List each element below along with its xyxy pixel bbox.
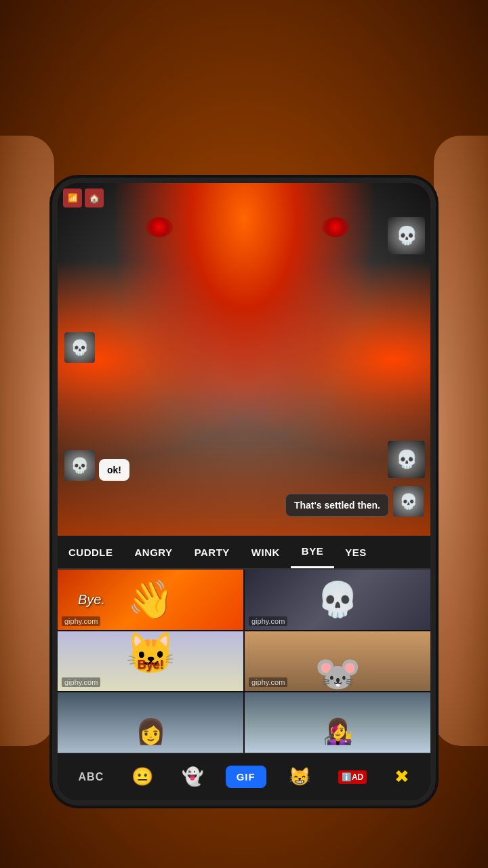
avatar-1 <box>64 450 95 481</box>
hand-left <box>0 136 54 746</box>
tab-cuddle[interactable]: CUDDLE <box>58 536 124 568</box>
cat-emoji-button[interactable]: 😸 <box>283 764 316 790</box>
category-tabs: CUDDLE ANGRY PARTY WINK BYE YES <box>58 536 430 570</box>
gif3-text: Bye! <box>137 658 163 672</box>
message-row-1: ok! <box>64 450 424 481</box>
skull-thumbnail-1: 💀 <box>388 217 425 254</box>
status-bar: 📶 🏠 <box>63 189 104 208</box>
gif5-emoji: 👩 <box>136 717 166 746</box>
gif-cell-5[interactable]: 👩 <box>58 692 243 753</box>
gif-cell-2[interactable]: 💀 giphy.com <box>245 570 430 630</box>
tab-wink[interactable]: WINK <box>241 536 291 568</box>
hand-right <box>434 136 488 746</box>
gif3-source: giphy.com <box>62 677 100 687</box>
phone-screen: 📶 🏠 💀 💀 💀 ok! <box>58 183 430 800</box>
info-button[interactable]: ℹ️AD <box>333 768 372 787</box>
message-row-2: That's settled then. <box>64 486 424 517</box>
gif-cell-1[interactable]: 👋 Bye. giphy.com <box>58 570 243 630</box>
avatar-2 <box>393 486 424 517</box>
gif-cell-6[interactable]: 👩‍🎤 <box>245 692 430 753</box>
gif6-emoji: 👩‍🎤 <box>323 717 353 746</box>
keyboard-bar: ABC 😐 👻 GIF 😸 ℹ️AD ✖ <box>58 753 430 800</box>
wifi-icon: 📶 <box>63 189 82 208</box>
skull-thumbnail-small: 💀 <box>64 332 95 363</box>
message-bubble-1: ok! <box>99 459 129 481</box>
tab-angry[interactable]: ANGRY <box>124 536 184 568</box>
tab-bye[interactable]: BYE <box>291 536 334 568</box>
gif4-mouse: 🐭 <box>314 652 361 692</box>
tab-party[interactable]: PARTY <box>184 536 241 568</box>
gif4-source: giphy.com <box>249 677 287 687</box>
gif2-emoji: 💀 <box>317 580 359 619</box>
gif-grid: 👋 Bye. giphy.com 💀 giphy.com 🐱 giphy. <box>58 570 430 753</box>
chat-messages: ok! That's settled then. <box>58 450 430 522</box>
chat-area: 📶 🏠 💀 💀 💀 ok! <box>58 183 430 536</box>
gif-button[interactable]: GIF <box>226 766 266 788</box>
gif1-source: giphy.com <box>62 616 100 626</box>
gif-cell-4[interactable]: 🐭 giphy.com <box>245 631 430 692</box>
ghost-button[interactable]: 👻 <box>176 764 209 790</box>
gif2-source: giphy.com <box>249 616 287 626</box>
tab-yes[interactable]: YES <box>334 536 378 568</box>
close-button[interactable]: ✖ <box>389 764 415 790</box>
emoji-face-button[interactable]: 😐 <box>126 764 159 790</box>
message-bubble-2: That's settled then. <box>285 494 389 517</box>
gif-cell-3[interactable]: 🐱 giphy.com Bye! <box>58 631 243 692</box>
home-icon: 🏠 <box>85 189 104 208</box>
abc-button[interactable]: ABC <box>73 768 110 786</box>
gif1-bye-text: Bye. <box>78 592 105 608</box>
